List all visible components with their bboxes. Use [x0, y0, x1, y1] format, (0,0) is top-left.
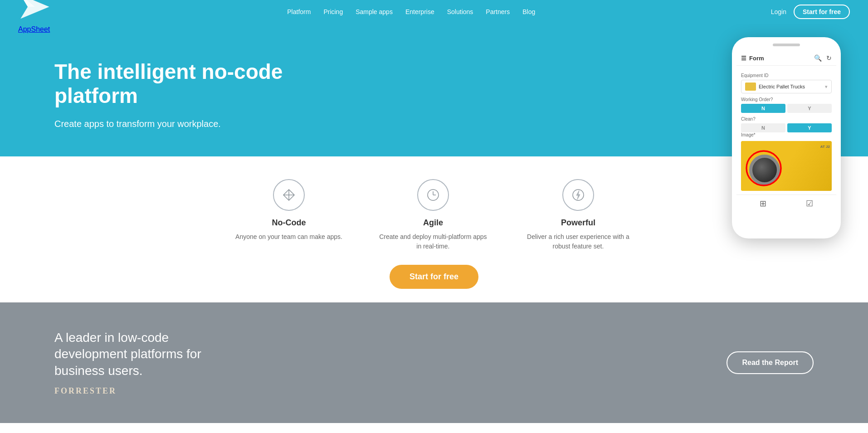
clean-n[interactable]: N — [741, 123, 785, 132]
nav-link-blog[interactable]: Blog — [522, 8, 535, 15]
phone-form-title: Form — [749, 55, 764, 62]
nav-right: Login Start for free — [771, 5, 850, 19]
lightning-icon — [571, 188, 585, 202]
image-label: Image* — [741, 132, 832, 137]
refresh-icon: ↻ — [826, 54, 832, 62]
working-order-label: Working Order? — [741, 97, 832, 102]
nav-start-button[interactable]: Start for free — [794, 5, 850, 19]
forrester-logo: Forrester — [54, 386, 245, 396]
working-order-toggle: N Y — [741, 104, 832, 113]
powerful-desc: Deliver a rich user experience with a ro… — [524, 232, 633, 251]
dropdown-chevron: ▾ — [825, 84, 828, 90]
no-code-desc: Anyone on your team can make apps. — [235, 232, 342, 242]
forklift-label: AT J2 — [820, 145, 830, 149]
powerful-title: Powerful — [561, 218, 595, 228]
svg-point-2 — [746, 151, 781, 185]
phone-header-left: ☰ Form — [741, 55, 764, 62]
svg-marker-0 — [20, 0, 49, 19]
nav-link-sample-apps[interactable]: Sample apps — [356, 8, 393, 15]
phone-mockup: ☰ Form 🔍 ↻ Equipment ID Electri — [732, 37, 841, 238]
feature-agile: Agile Create and deploy multi-platform a… — [379, 179, 488, 251]
phone-header: ☰ Form 🔍 ↻ — [736, 51, 836, 66]
nav-link-pricing[interactable]: Pricing — [323, 8, 343, 15]
read-report-button[interactable]: Read the Report — [727, 351, 814, 374]
no-code-title: No-Code — [272, 218, 306, 228]
phone-notch — [773, 44, 800, 46]
hero-subtitle: Create apps to transform your workplace. — [54, 119, 832, 129]
nav-link-partners[interactable]: Partners — [486, 8, 510, 15]
phone-bottom-bar: ⊞ ☑ — [736, 195, 836, 212]
phone-outer: ☰ Form 🔍 ↻ Equipment ID Electri — [732, 37, 841, 238]
cta-start-button[interactable]: Start for free — [390, 265, 478, 289]
login-link[interactable]: Login — [771, 8, 786, 15]
feature-powerful: Powerful Deliver a rich user experience … — [524, 179, 633, 251]
bottom-left: A leader in low-code development platfor… — [54, 330, 245, 396]
nav-links: Platform Pricing Sample apps Enterprise … — [287, 8, 535, 16]
agile-title: Agile — [423, 218, 443, 228]
clock-icon — [426, 188, 440, 202]
appsheet-logo-icon — [18, 0, 52, 24]
hero-title: The intelligent no-code platform — [54, 60, 327, 108]
hamburger-icon: ☰ — [741, 55, 746, 62]
nav-logo[interactable]: AppSheet — [18, 0, 52, 34]
phone-body: Equipment ID Electric Pallet Trucks ▾ Wo… — [736, 66, 836, 195]
bottom-section: A leader in low-code development platfor… — [0, 302, 868, 423]
nav-link-solutions[interactable]: Solutions — [447, 8, 473, 15]
equipment-label: Equipment ID — [741, 73, 832, 78]
agile-desc: Create and deploy multi-platform apps in… — [379, 232, 488, 251]
equipment-value: Electric Pallet Trucks ▾ — [741, 80, 832, 93]
search-icon: 🔍 — [814, 54, 822, 62]
svg-marker-10 — [576, 190, 580, 199]
phone-header-icons: 🔍 ↻ — [814, 54, 832, 62]
phone-image-area: AT J2 — [741, 141, 832, 191]
logo-text: AppSheet — [18, 25, 50, 33]
hero-text: The intelligent no-code platform Create … — [54, 46, 832, 156]
cta-section: Start for free — [0, 260, 868, 302]
red-circle-annotation — [743, 144, 788, 189]
grid-icon: ⊞ — [760, 199, 766, 209]
diamond-icon — [282, 188, 296, 202]
bottom-title: A leader in low-code development platfor… — [54, 330, 245, 379]
working-order-y[interactable]: Y — [787, 104, 832, 113]
clean-y[interactable]: Y — [787, 123, 832, 132]
feature-no-code: No-Code Anyone on your team can make app… — [235, 179, 342, 251]
working-order-n[interactable]: N — [741, 104, 785, 113]
nav-link-platform[interactable]: Platform — [287, 8, 311, 15]
agile-icon-circle — [417, 179, 449, 211]
clean-label: Clean? — [741, 117, 832, 122]
nav-link-enterprise[interactable]: Enterprise — [405, 8, 434, 15]
hero-section: The intelligent no-code platform Create … — [0, 24, 868, 156]
powerful-icon-circle — [562, 179, 594, 211]
equipment-text: Electric Pallet Trucks — [759, 84, 805, 89]
no-code-icon-circle — [273, 179, 305, 211]
hero-inner: The intelligent no-code platform Create … — [0, 24, 868, 156]
phone-screen: ☰ Form 🔍 ↻ Equipment ID Electri — [736, 51, 836, 232]
clean-toggle: N Y — [741, 123, 832, 132]
navbar: AppSheet Platform Pricing Sample apps En… — [0, 0, 868, 24]
check-icon: ☑ — [806, 199, 813, 209]
